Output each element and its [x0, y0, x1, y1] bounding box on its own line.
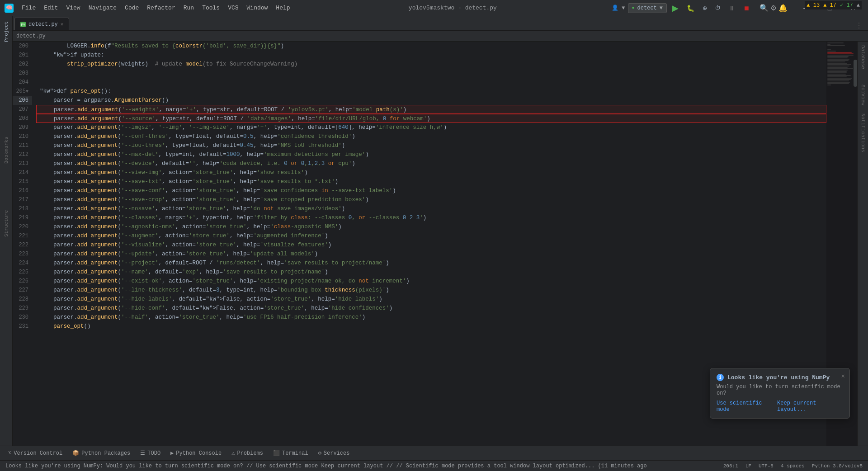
- menu-refactor[interactable]: Refactor: [143, 3, 179, 13]
- fold-arrow-205[interactable]: ▼: [26, 87, 28, 96]
- code-line-229[interactable]: parser.add_argument('--hide-conf', defau…: [36, 304, 826, 313]
- code-line-204[interactable]: [36, 78, 826, 87]
- code-line-207[interactable]: parser.add_argument('--weights', nargs='…: [36, 105, 826, 114]
- code-line-216[interactable]: parser.add_argument('--save-conf', actio…: [36, 186, 826, 195]
- tab-options-icon[interactable]: ⋮: [855, 21, 863, 30]
- problems-icon: ⚠: [231, 450, 235, 457]
- code-line-200[interactable]: LOGGER.info(f"Results saved to {colorstr…: [36, 42, 826, 51]
- minimap-line-217: [827, 66, 849, 66]
- code-line-203[interactable]: [36, 69, 826, 78]
- bottom-tab-terminal[interactable]: ⬛ Terminal: [269, 448, 313, 458]
- numpy-scientific-mode-link[interactable]: Use scientific mode: [717, 400, 774, 413]
- code-line-220[interactable]: parser.add_argument('--agnostic-nms', ac…: [36, 222, 826, 231]
- menu-vcs[interactable]: VCS: [224, 3, 242, 13]
- numpy-close-button[interactable]: ✕: [841, 372, 845, 380]
- code-line-223[interactable]: parser.add_argument('--update', action='…: [36, 250, 826, 259]
- bottom-tab-python-console[interactable]: ▶ Python Console: [166, 448, 226, 458]
- code-line-210[interactable]: parser.add_argument('--conf-thres', type…: [36, 132, 826, 141]
- code-line-227[interactable]: parser.add_argument('--line-thickness', …: [36, 286, 826, 295]
- code-line-206[interactable]: parser = argparse.ArgumentParser(): [36, 96, 826, 105]
- stop-button[interactable]: ⏹: [741, 4, 752, 13]
- tab-bar: py detect.py ✕ ⋮: [13, 16, 868, 31]
- pause-button[interactable]: ⏸: [726, 4, 738, 13]
- scrollbar-thumb[interactable]: [854, 60, 857, 87]
- right-panel-notifications[interactable]: Notifications: [859, 119, 868, 146]
- code-line-211[interactable]: parser.add_argument('--iou-thres', type=…: [36, 141, 826, 150]
- menu-window[interactable]: Window: [243, 3, 272, 13]
- menu-view[interactable]: View: [62, 3, 84, 13]
- line-number-228: 228: [13, 295, 32, 304]
- coverage-button[interactable]: ⊕: [700, 4, 710, 12]
- numpy-keep-layout-link[interactable]: Keep current layout...: [777, 400, 843, 413]
- run-button[interactable]: ▶: [670, 2, 681, 14]
- bottom-tab-services[interactable]: ⚙ Services: [314, 448, 354, 458]
- code-line-230[interactable]: parser.add_argument('--half', action='st…: [36, 313, 826, 322]
- notifications-button[interactable]: 🔔: [778, 4, 788, 12]
- sidebar-project-icon[interactable]: Project: [2, 18, 11, 45]
- code-line-215[interactable]: parser.add_argument('--save-txt', action…: [36, 177, 826, 186]
- bottom-tab-version-control[interactable]: ⌥ Version Control: [4, 448, 67, 458]
- code-line-217[interactable]: parser.add_argument('--save-crop', actio…: [36, 195, 826, 204]
- title-bar-left: 🧠 File Edit View Navigate Code Refactor …: [5, 3, 294, 13]
- line-number-211: 211: [13, 141, 32, 150]
- code-line-231[interactable]: parse_opt(): [36, 322, 826, 331]
- bottom-tab-python-packages[interactable]: 📦 Python Packages: [68, 448, 135, 458]
- code-line-225[interactable]: parser.add_argument('--name', default='e…: [36, 268, 826, 277]
- bottom-tab-problems[interactable]: ⚠ Problems: [227, 448, 268, 458]
- status-message: Looks like you're using NumPy: Would you…: [5, 463, 716, 469]
- menu-tools[interactable]: Tools: [198, 3, 223, 13]
- bottom-tab-todo[interactable]: ☰ TODO: [136, 448, 165, 458]
- code-line-208[interactable]: parser.add_argument('--source', type=str…: [36, 114, 826, 123]
- settings-button[interactable]: ⚙: [770, 4, 777, 12]
- code-line-218[interactable]: parser.add_argument('--nosave', action='…: [36, 204, 826, 213]
- right-panel-sciview[interactable]: SciView: [859, 81, 868, 108]
- python-version[interactable]: Python 3.8/yolov5: [812, 463, 863, 469]
- vertical-scrollbar[interactable]: [854, 42, 857, 446]
- code-line-219[interactable]: parser.add_argument('--classes', nargs='…: [36, 213, 826, 222]
- right-panel-database[interactable]: Database: [859, 43, 868, 71]
- code-line-202[interactable]: strip_optimizer(weights) # update model(…: [36, 60, 826, 69]
- code-line-205[interactable]: "kw">def parse_opt():: [36, 87, 826, 96]
- menu-help[interactable]: Help: [272, 3, 293, 13]
- minimap-line-228: [827, 80, 849, 81]
- line-number-217: 217: [13, 195, 32, 204]
- code-line-224[interactable]: parser.add_argument('--project', default…: [36, 259, 826, 268]
- code-line-226[interactable]: parser.add_argument('--exist-ok', action…: [36, 277, 826, 286]
- code-line-222[interactable]: parser.add_argument('--visualize', actio…: [36, 240, 826, 250]
- menu-edit[interactable]: Edit: [40, 3, 61, 13]
- code-line-212[interactable]: parser.add_argument('--max-det', type=in…: [36, 150, 826, 159]
- indent-size[interactable]: 4 spaces: [781, 463, 805, 469]
- minimap-line-218: [827, 67, 848, 68]
- file-tab-detect[interactable]: py detect.py ✕: [14, 18, 69, 30]
- minimap-line-216: [827, 64, 851, 65]
- code-area[interactable]: LOGGER.info(f"Results saved to {colorstr…: [36, 42, 826, 446]
- line-number-218: 218: [13, 204, 32, 213]
- menu-navigate[interactable]: Navigate: [85, 3, 120, 13]
- code-line-214[interactable]: parser.add_argument('--view-img', action…: [36, 168, 826, 177]
- version-control-icon: ⌥: [8, 450, 11, 457]
- code-line-209[interactable]: parser.add_argument('--imgsz', '--img', …: [36, 123, 826, 132]
- line-number-219: 219: [13, 213, 32, 222]
- encoding[interactable]: UTF-8: [759, 463, 774, 469]
- run-configuration[interactable]: ● detect ▼: [628, 3, 667, 13]
- sidebar-structure-icon[interactable]: Structure: [2, 210, 11, 237]
- code-line-213[interactable]: parser.add_argument('--device', default=…: [36, 159, 826, 168]
- menu-code[interactable]: Code: [121, 3, 142, 13]
- line-number-225: 225: [13, 268, 32, 277]
- menu-file[interactable]: File: [18, 3, 39, 13]
- line-ending[interactable]: LF: [745, 463, 751, 469]
- line-number-231: 231: [13, 322, 32, 331]
- tab-close-button[interactable]: ✕: [61, 21, 64, 27]
- debug-button[interactable]: 🐛: [684, 4, 697, 13]
- sidebar-bookmarks-icon[interactable]: Bookmarks: [2, 137, 11, 164]
- code-line-221[interactable]: parser.add_argument('--augment', action=…: [36, 231, 826, 240]
- line-number-206: 206: [13, 96, 32, 105]
- menu-run[interactable]: Run: [180, 3, 198, 13]
- profile-button[interactable]: ⏱: [712, 4, 723, 12]
- code-line-201[interactable]: "kw">if update:: [36, 51, 826, 60]
- breadcrumb-file[interactable]: detect.py: [16, 33, 46, 39]
- search-everywhere-button[interactable]: 🔍: [760, 4, 769, 12]
- code-line-228[interactable]: parser.add_argument('--hide-labels', def…: [36, 295, 826, 304]
- minimap-line-225: [827, 76, 847, 77]
- cursor-position[interactable]: 206:1: [723, 463, 738, 469]
